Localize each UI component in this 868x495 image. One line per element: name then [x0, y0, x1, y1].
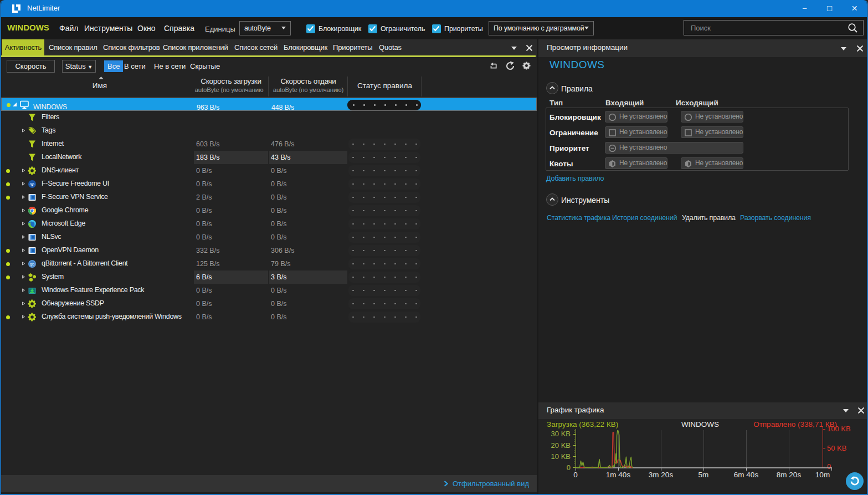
svg-text:Отправлено (338,71 КВ): Отправлено (338,71 КВ): [753, 420, 837, 428]
svg-text:3m 20s: 3m 20s: [649, 471, 674, 479]
svg-text:20 KB: 20 KB: [551, 441, 571, 450]
svg-text:0: 0: [573, 471, 578, 479]
svg-text:5m: 5m: [698, 471, 709, 479]
svg-text:30 KB: 30 KB: [551, 430, 571, 438]
svg-text:WINDOWS: WINDOWS: [681, 420, 719, 428]
svg-text:100 KB: 100 KB: [827, 425, 851, 433]
svg-text:Загрузка (363,22 КВ): Загрузка (363,22 КВ): [547, 420, 618, 428]
svg-text:10m: 10m: [815, 471, 830, 479]
svg-text:50 KB: 50 KB: [827, 444, 846, 452]
svg-text:1m 40s: 1m 40s: [606, 471, 631, 479]
svg-text:0: 0: [827, 462, 831, 471]
svg-text:6m 40s: 6m 40s: [734, 471, 759, 479]
svg-text:8m 20s: 8m 20s: [777, 471, 802, 479]
svg-text:0: 0: [567, 463, 571, 472]
svg-text:10 KB: 10 KB: [551, 452, 571, 461]
